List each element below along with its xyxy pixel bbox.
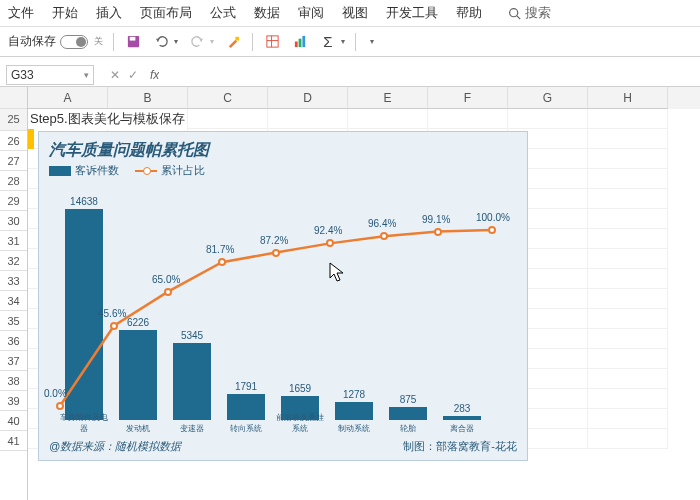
bar-label: 5345 xyxy=(168,330,216,341)
name-box[interactable]: G33▾ xyxy=(6,65,94,85)
legend-line: 累计占比 xyxy=(135,163,205,178)
category-label: 轮胎 xyxy=(384,423,432,434)
menu-formula[interactable]: 公式 xyxy=(210,4,236,22)
menu-data[interactable]: 数据 xyxy=(254,4,280,22)
pivot-button[interactable] xyxy=(263,33,281,51)
step-title: Step5.图表美化与模板保存 xyxy=(28,109,187,129)
highlight-marker xyxy=(28,129,34,149)
row-header[interactable]: 32 xyxy=(0,251,27,271)
bar-label: 1659 xyxy=(276,383,324,394)
menu-layout[interactable]: 页面布局 xyxy=(140,4,192,22)
col-header[interactable]: D xyxy=(268,87,348,109)
row-header[interactable]: 31 xyxy=(0,231,27,251)
line-label: 81.7% xyxy=(206,244,234,255)
chart-button[interactable] xyxy=(291,33,309,51)
row-header[interactable]: 37 xyxy=(0,351,27,371)
confirm-formula-icon[interactable]: ✓ xyxy=(128,68,138,82)
svg-line-1 xyxy=(517,15,520,18)
row-header[interactable]: 26 xyxy=(0,131,27,151)
cancel-formula-icon[interactable]: ✕ xyxy=(110,68,120,82)
row-header[interactable]: 39 xyxy=(0,391,27,411)
menu-insert[interactable]: 插入 xyxy=(96,4,122,22)
line-point xyxy=(56,402,64,410)
category-label: 发动机 xyxy=(114,423,162,434)
bar xyxy=(443,416,481,420)
row-header[interactable]: 29 xyxy=(0,191,27,211)
redo-button[interactable] xyxy=(188,33,206,51)
svg-rect-9 xyxy=(298,39,301,47)
toolbar-overflow[interactable]: ▾ xyxy=(370,37,374,46)
row-header[interactable]: 30 xyxy=(0,211,27,231)
bar-label: 6226 xyxy=(114,317,162,328)
row-header[interactable]: 25 xyxy=(0,109,27,131)
col-headers: ABCDEFGH xyxy=(28,87,700,109)
menu-home[interactable]: 开始 xyxy=(52,4,78,22)
col-header[interactable]: F xyxy=(428,87,508,109)
line-point xyxy=(110,322,118,330)
cell-ref: G33 xyxy=(11,68,34,82)
undo-button[interactable] xyxy=(152,33,170,51)
bar xyxy=(335,402,373,420)
cells-area[interactable]: Step5.图表美化与模板保存 汽车质量问题帕累托图 客诉件数 累计占比 146… xyxy=(28,109,700,449)
menu-help[interactable]: 帮助 xyxy=(456,4,482,22)
autosave-label: 自动保存 xyxy=(8,33,56,50)
row-header[interactable]: 40 xyxy=(0,411,27,431)
row-header[interactable]: 35 xyxy=(0,311,27,331)
spreadsheet-grid: 2526272829303132333435363738394041 ABCDE… xyxy=(0,87,700,500)
menu-file[interactable]: 文件 xyxy=(8,4,34,22)
bar-label: 1278 xyxy=(330,389,378,400)
bar xyxy=(173,343,211,420)
line-label: 0.0% xyxy=(44,388,67,399)
search-label: 搜索 xyxy=(525,4,551,22)
autosum-dropdown[interactable]: ▾ xyxy=(341,37,345,46)
format-painter-button[interactable] xyxy=(224,33,242,51)
row-header[interactable]: 41 xyxy=(0,431,27,451)
category-label: 离合器 xyxy=(438,423,486,434)
category-label: 转向系统 xyxy=(222,423,270,434)
col-header[interactable]: C xyxy=(188,87,268,109)
menu-dev[interactable]: 开发工具 xyxy=(386,4,438,22)
line-point xyxy=(326,239,334,247)
chart-title: 汽车质量问题帕累托图 xyxy=(49,140,517,161)
line-point xyxy=(218,258,226,266)
col-header[interactable]: E xyxy=(348,87,428,109)
chart-plot-area: 14638车身附件及电器6226发动机5345变速器1791转向系统1659前后… xyxy=(49,184,517,434)
row-header[interactable]: 36 xyxy=(0,331,27,351)
bar-label: 1791 xyxy=(222,381,270,392)
search-icon xyxy=(508,7,521,20)
autosum-button[interactable]: Σ xyxy=(319,33,337,51)
redo-dropdown[interactable]: ▾ xyxy=(210,37,214,46)
bar-label: 14638 xyxy=(60,196,108,207)
line-label: 92.4% xyxy=(314,225,342,236)
col-header[interactable]: A xyxy=(28,87,108,109)
category-label: 变速器 xyxy=(168,423,216,434)
toggle-switch[interactable] xyxy=(60,35,88,49)
category-label: 前后桥及悬挂系统 xyxy=(276,412,324,434)
chart-author: 制图：部落窝教育-花花 xyxy=(403,439,517,454)
undo-dropdown[interactable]: ▾ xyxy=(174,37,178,46)
row-header[interactable]: 33 xyxy=(0,271,27,291)
line-point xyxy=(488,226,496,234)
col-header[interactable]: G xyxy=(508,87,588,109)
row-header[interactable]: 28 xyxy=(0,171,27,191)
line-label: 65.0% xyxy=(152,274,180,285)
formula-input[interactable] xyxy=(159,65,700,85)
search-box[interactable]: 搜索 xyxy=(508,4,551,22)
svg-point-0 xyxy=(510,8,518,16)
row-header[interactable]: 38 xyxy=(0,371,27,391)
row-header[interactable]: 27 xyxy=(0,151,27,171)
autosave-toggle[interactable]: 自动保存 关 xyxy=(8,33,103,50)
col-header[interactable]: B xyxy=(108,87,188,109)
save-button[interactable] xyxy=(124,33,142,51)
line-point xyxy=(434,228,442,236)
pareto-chart[interactable]: 汽车质量问题帕累托图 客诉件数 累计占比 14638车身附件及电器6226发动机… xyxy=(38,131,528,461)
bar-label: 283 xyxy=(438,403,486,414)
bar xyxy=(227,394,265,420)
col-header[interactable]: H xyxy=(588,87,668,109)
row-header[interactable]: 34 xyxy=(0,291,27,311)
menu-review[interactable]: 审阅 xyxy=(298,4,324,22)
line-point xyxy=(272,249,280,257)
fx-icon[interactable]: fx xyxy=(150,68,159,82)
menu-view[interactable]: 视图 xyxy=(342,4,368,22)
legend-bar: 客诉件数 xyxy=(49,163,119,178)
